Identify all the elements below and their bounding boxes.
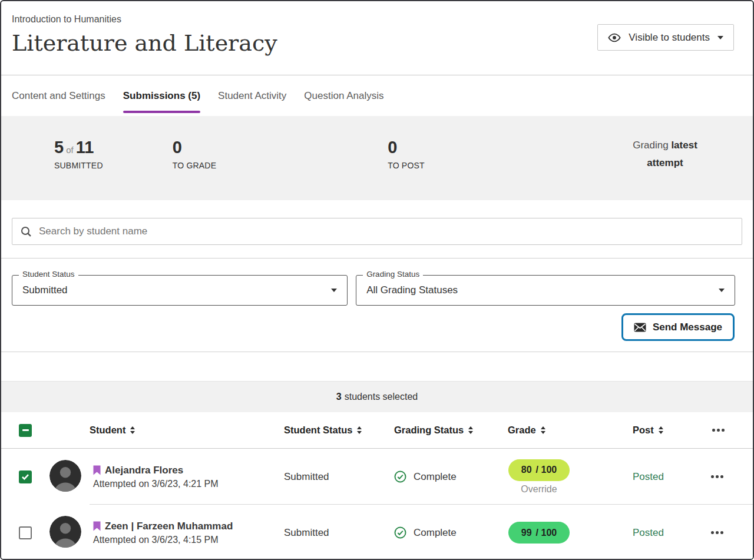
send-message-button[interactable]: Send Message: [621, 313, 735, 341]
grading-status-value: All Grading Statuses: [366, 284, 458, 296]
grading-prefix: Grading: [633, 140, 668, 151]
envelope-icon: [634, 323, 646, 332]
grading-status-cell: Complete: [394, 526, 508, 539]
magnifier-icon: [21, 226, 32, 237]
selection-banner: 3 students selected: [1, 381, 753, 412]
row-checkbox-unchecked[interactable]: [19, 526, 32, 539]
column-label: Grade: [508, 425, 536, 436]
assessment-submissions-page: Introduction to Humanities Literature an…: [0, 0, 754, 560]
selected-text: students selected: [345, 392, 418, 402]
search-section: [1, 200, 753, 259]
selected-count: 3: [336, 392, 342, 402]
table-row: Zeen | Farzeen Muhammad Attempted on 3/6…: [1, 505, 753, 560]
grading-status-select[interactable]: Grading Status All Grading Statuses: [356, 275, 735, 306]
person-silhouette-icon: [49, 460, 81, 492]
column-header-post[interactable]: Post: [633, 425, 710, 436]
grade-out-of: / 100: [536, 528, 557, 538]
row-options-menu[interactable]: [710, 528, 753, 538]
tab-bar: Content and Settings Submissions (5) Stu…: [1, 75, 753, 116]
submitted-count: 5: [54, 138, 64, 157]
student-status-value: Submitted: [22, 284, 68, 296]
check-circle-icon: [394, 470, 406, 483]
send-message-label: Send Message: [653, 322, 722, 333]
sort-arrows-icon: [130, 426, 135, 434]
page-title: Literature and Literacy: [12, 30, 277, 56]
chevron-down-icon: [331, 289, 337, 292]
student-status-label: Student Status: [19, 270, 78, 279]
student-cell[interactable]: Zeen | Farzeen Muhammad Attempted on 3/6…: [93, 521, 284, 545]
column-header-student-status[interactable]: Student Status: [284, 425, 394, 436]
submission-stats-bar: 5of11 SUBMITTED 0 TO GRADE 0 TO POST Gra…: [1, 116, 753, 200]
column-label: Student: [90, 425, 125, 436]
course-name: Introduction to Humanities: [12, 14, 277, 25]
avatar-cell: [49, 460, 93, 494]
tab-label: Content and Settings: [12, 90, 105, 102]
sort-arrows-icon: [468, 426, 473, 434]
search-input[interactable]: [39, 226, 733, 237]
tab-label: Question Analysis: [304, 90, 383, 102]
total-count: 11: [76, 138, 94, 157]
column-label: Student Status: [284, 425, 352, 436]
stat-label: TO GRADE: [173, 161, 216, 170]
post-status-link[interactable]: Posted: [633, 527, 664, 538]
of-label: of: [66, 145, 74, 155]
grading-status-text: Complete: [414, 527, 457, 539]
table-row: Alejandra Flores Attempted on 3/6/23, 4:…: [1, 449, 753, 505]
student-status-cell: Submitted: [284, 527, 394, 539]
student-name: Alejandra Flores: [105, 465, 183, 476]
chevron-down-icon: [719, 289, 725, 292]
visibility-button[interactable]: Visible to students: [597, 24, 734, 51]
grade-note: Override: [521, 484, 557, 495]
person-silhouette-icon: [49, 516, 81, 548]
column-label: Post: [633, 425, 654, 436]
post-status-link[interactable]: Posted: [633, 471, 664, 482]
bookmark-icon: [93, 465, 101, 475]
grading-status-label: Grading Status: [363, 270, 423, 279]
column-header-student[interactable]: Student: [49, 425, 284, 436]
bookmark-icon: [93, 521, 101, 531]
tab-content-and-settings[interactable]: Content and Settings: [12, 75, 114, 116]
tab-submissions[interactable]: Submissions (5): [114, 75, 209, 116]
stat-submitted: 5of11 SUBMITTED: [54, 138, 103, 170]
spacer: [1, 352, 753, 381]
student-cell[interactable]: Alejandra Flores Attempted on 3/6/23, 4:…: [93, 465, 284, 489]
grade-cell: 99 / 100: [508, 522, 633, 544]
student-status-cell: Submitted: [284, 471, 394, 483]
select-all-cell: [1, 424, 49, 437]
post-cell: Posted: [633, 471, 710, 483]
student-status-select[interactable]: Student Status Submitted: [12, 275, 348, 306]
student-name: Zeen | Farzeen Muhammad: [105, 521, 233, 532]
grading-status-cell: Complete: [394, 470, 508, 483]
ellipsis-icon: [711, 425, 726, 435]
table-options-menu[interactable]: [710, 425, 753, 435]
row-select-cell: [1, 526, 49, 539]
stat-to-grade: 0 TO GRADE: [173, 138, 216, 170]
column-header-grade[interactable]: Grade: [508, 425, 633, 436]
select-all-checkbox[interactable]: [19, 424, 32, 437]
row-select-cell: [1, 470, 49, 483]
chevron-down-icon: [717, 36, 723, 39]
attempt-info: Attempted on 3/6/23, 4:15 PM: [93, 535, 284, 545]
grade-score: 99: [521, 528, 532, 538]
page-header: Introduction to Humanities Literature an…: [1, 1, 753, 75]
search-box: [12, 218, 742, 245]
row-checkbox-checked[interactable]: [19, 470, 32, 483]
tab-question-analysis[interactable]: Question Analysis: [295, 75, 392, 116]
header-titles: Introduction to Humanities Literature an…: [12, 14, 277, 56]
row-options-menu[interactable]: [710, 472, 753, 482]
ellipsis-icon: [710, 528, 753, 538]
grade-score: 80: [521, 465, 532, 475]
grading-status-text: Complete: [414, 471, 457, 483]
sort-arrows-icon: [659, 426, 663, 434]
grade-pill[interactable]: 80 / 100: [508, 459, 570, 481]
tab-student-activity[interactable]: Student Activity: [209, 75, 295, 116]
table-header-row: Student Student Status Grading Status Gr…: [1, 412, 753, 449]
column-header-grading-status[interactable]: Grading Status: [394, 425, 508, 436]
stat-label: SUBMITTED: [54, 161, 103, 170]
filter-section: Student Status Submitted Grading Status …: [1, 259, 753, 352]
grade-pill[interactable]: 99 / 100: [508, 522, 570, 544]
tab-label: Student Activity: [218, 90, 286, 102]
stat-to-post: 0 TO POST: [388, 138, 425, 170]
attempt-info: Attempted on 3/6/23, 4:21 PM: [93, 479, 284, 489]
avatar-cell: [49, 516, 93, 550]
